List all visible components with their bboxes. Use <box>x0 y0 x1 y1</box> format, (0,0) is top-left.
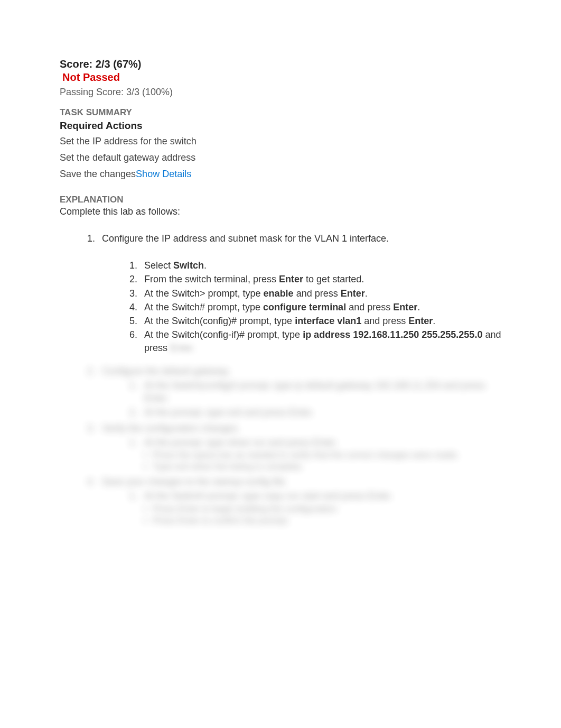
t: . <box>204 260 207 271</box>
t: At the Switch(config-if)# prompt, type <box>144 329 303 340</box>
bs4-1: At the Switch# prompt, type copy run sta… <box>140 490 501 502</box>
t: Verify the configuration changes. <box>102 423 240 434</box>
explanation-header: EXPLANATION <box>60 195 501 205</box>
step-1: Configure the IP address and subnet mask… <box>98 233 501 354</box>
show-details-link[interactable]: Show Details <box>136 169 191 179</box>
lab-report-page: Score: 2/3 (67%) Not Passed Passing Scor… <box>0 0 561 728</box>
task-summary-header: TASK SUMMARY <box>60 107 501 118</box>
bs4-b2: Press Enter to confirm the prompt. <box>153 515 501 526</box>
bold-switch: Switch <box>173 260 204 271</box>
step-1-3: At the Switch> prompt, type enable and p… <box>140 287 501 300</box>
t: and press <box>346 302 393 312</box>
t: Press the space bar as needed to verify … <box>153 450 459 460</box>
t: Configure the default gateway. <box>102 366 230 376</box>
score-value: Score: 2/3 (67%) <box>60 58 501 70</box>
t: At the Switch> prompt, type <box>144 288 264 299</box>
bs4-b1: Press Enter to begin building the config… <box>153 504 501 514</box>
explanation-main-list: Configure the IP address and subnet mask… <box>60 233 501 354</box>
blurred-step-4: Save your changes to the startup-config … <box>98 476 501 526</box>
t: Select <box>144 260 173 271</box>
t: Save your changes to the startup-config … <box>102 476 287 487</box>
bs3-1: At the prompt, type show run and press E… <box>140 436 501 449</box>
bold-configure-terminal: configure terminal <box>263 302 346 312</box>
action-set-ip: Set the IP address for the switch <box>60 136 501 147</box>
t: and press <box>294 288 341 299</box>
blurred-step-2: Configure the default gateway. At the Sw… <box>98 366 501 419</box>
t: Type exit when the listing is complete. <box>153 462 303 472</box>
step-1-1: Select Switch. <box>140 259 501 272</box>
blurred-step-3: Verify the configuration changes. At the… <box>98 423 501 472</box>
bs2-2: At the prompt, type exit and press Enter… <box>140 406 501 419</box>
step-1-6: At the Switch(config-if)# prompt, type i… <box>140 328 501 354</box>
bold-enable: enable <box>264 288 294 299</box>
blurred-main-list: Configure the default gateway. At the Sw… <box>60 366 501 526</box>
blurred-step-3-bullets: Press the space bar as needed to verify … <box>102 450 501 472</box>
bold-enter: Enter <box>279 274 303 284</box>
t: and press <box>361 316 408 326</box>
step-1-title: Configure the IP address and subnet mask… <box>102 233 389 244</box>
bold-interface-vlan1: interface vlan1 <box>295 316 361 326</box>
passing-score: Passing Score: 3/3 (100%) <box>60 87 501 98</box>
t: to get started. <box>303 274 364 284</box>
bold-enter: Enter <box>393 302 417 312</box>
blurred-content: Configure the default gateway. At the Sw… <box>60 366 501 526</box>
score-status: Not Passed <box>62 71 501 84</box>
t: At the prompt, type show run and press E… <box>144 437 338 448</box>
step-1-4: At the Switch# prompt, type configure te… <box>140 301 501 314</box>
t: Press Enter to confirm the prompt. <box>153 515 289 526</box>
required-actions-header: Required Actions <box>60 120 501 132</box>
blurred-tail: Enter. <box>170 343 195 353</box>
blurred-step-4-bullets: Press Enter to begin building the config… <box>102 504 501 526</box>
action-set-gateway: Set the default gateway address <box>60 152 501 163</box>
t: . <box>417 302 420 312</box>
action-save-text: Save the changes <box>60 169 136 179</box>
action-save-changes: Save the changesShow Details <box>60 169 501 180</box>
bold-enter: Enter <box>408 316 433 326</box>
bold-enter: Enter <box>341 288 365 299</box>
bold-ip-address: ip address 192.168.11.250 255.255.255.0 <box>303 329 482 340</box>
bs2-1: At the Switch(config)# prompt, type ip d… <box>140 379 501 405</box>
step-1-substeps: Select Switch. From the switch terminal,… <box>102 259 501 354</box>
blurred-step-3-subs: At the prompt, type show run and press E… <box>102 436 501 449</box>
t: At the Switch(config)# prompt, type <box>144 316 295 326</box>
t: At the Switch(config)# prompt, type ip d… <box>144 380 485 403</box>
t: At the Switch# prompt, type <box>144 302 263 312</box>
blurred-step-4-subs: At the Switch# prompt, type copy run sta… <box>102 490 501 502</box>
t: . <box>365 288 368 299</box>
t: . <box>433 316 435 326</box>
step-1-2: From the switch terminal, press Enter to… <box>140 273 501 285</box>
explanation-intro: Complete this lab as follows: <box>60 206 501 217</box>
step-1-5: At the Switch(config)# prompt, type inte… <box>140 315 501 327</box>
t: At the Switch# prompt, type copy run sta… <box>144 491 392 501</box>
t: From the switch terminal, press <box>144 274 279 284</box>
blurred-step-2-subs: At the Switch(config)# prompt, type ip d… <box>102 379 501 419</box>
t: At the prompt, type exit and press Enter… <box>144 407 314 418</box>
t: Press Enter to begin building the config… <box>153 504 339 514</box>
bs3-b1: Press the space bar as needed to verify … <box>153 450 501 460</box>
bs3-b2: Type exit when the listing is complete. <box>153 462 501 472</box>
